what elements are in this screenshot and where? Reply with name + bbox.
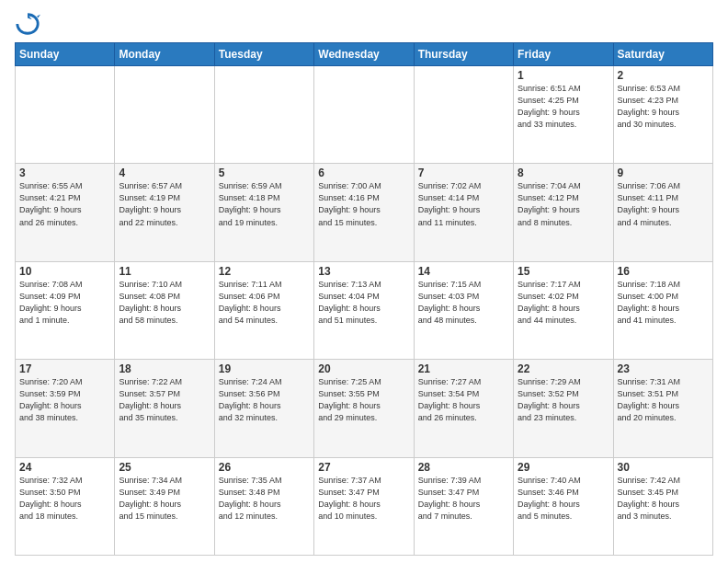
calendar-cell: 6Sunrise: 7:00 AM Sunset: 4:16 PM Daylig… — [314, 164, 414, 261]
col-header-monday: Monday — [115, 43, 214, 66]
day-number: 19 — [219, 362, 310, 375]
calendar-cell: 24Sunrise: 7:32 AM Sunset: 3:50 PM Dayli… — [16, 457, 115, 555]
calendar-cell: 26Sunrise: 7:35 AM Sunset: 3:48 PM Dayli… — [214, 457, 313, 555]
day-info: Sunrise: 7:24 AM Sunset: 3:56 PM Dayligh… — [219, 376, 310, 424]
day-number: 17 — [19, 362, 110, 375]
calendar-cell: 13Sunrise: 7:13 AM Sunset: 4:04 PM Dayli… — [314, 261, 414, 359]
calendar-cell: 16Sunrise: 7:18 AM Sunset: 4:00 PM Dayli… — [613, 261, 712, 359]
day-info: Sunrise: 7:10 AM Sunset: 4:08 PM Dayligh… — [119, 279, 210, 327]
calendar-cell: 25Sunrise: 7:34 AM Sunset: 3:49 PM Dayli… — [115, 457, 214, 555]
day-info: Sunrise: 6:57 AM Sunset: 4:19 PM Dayligh… — [119, 180, 210, 228]
calendar-cell: 9Sunrise: 7:06 AM Sunset: 4:11 PM Daylig… — [613, 164, 712, 261]
day-info: Sunrise: 7:15 AM Sunset: 4:03 PM Dayligh… — [418, 279, 509, 327]
day-number: 2 — [618, 69, 709, 82]
calendar-cell — [214, 66, 313, 164]
day-info: Sunrise: 7:32 AM Sunset: 3:50 PM Dayligh… — [19, 475, 110, 523]
day-info: Sunrise: 7:35 AM Sunset: 3:48 PM Dayligh… — [219, 475, 310, 523]
day-info: Sunrise: 7:39 AM Sunset: 3:47 PM Dayligh… — [418, 475, 509, 523]
day-number: 5 — [219, 167, 310, 179]
col-header-friday: Friday — [514, 43, 613, 66]
calendar-cell: 12Sunrise: 7:11 AM Sunset: 4:06 PM Dayli… — [214, 261, 313, 359]
day-info: Sunrise: 7:17 AM Sunset: 4:02 PM Dayligh… — [518, 279, 609, 327]
day-number: 1 — [518, 69, 609, 82]
day-number: 16 — [618, 265, 709, 278]
day-info: Sunrise: 7:22 AM Sunset: 3:57 PM Dayligh… — [119, 376, 210, 424]
col-header-tuesday: Tuesday — [214, 43, 313, 66]
day-info: Sunrise: 7:13 AM Sunset: 4:04 PM Dayligh… — [318, 279, 409, 327]
day-number: 7 — [418, 167, 509, 179]
day-info: Sunrise: 6:59 AM Sunset: 4:18 PM Dayligh… — [219, 180, 310, 228]
day-number: 20 — [318, 362, 409, 375]
calendar-cell: 3Sunrise: 6:55 AM Sunset: 4:21 PM Daylig… — [16, 164, 115, 261]
page: SundayMondayTuesdayWednesdayThursdayFrid… — [0, 0, 728, 563]
day-number: 27 — [318, 461, 409, 474]
day-number: 11 — [119, 265, 210, 278]
calendar-cell: 14Sunrise: 7:15 AM Sunset: 4:03 PM Dayli… — [414, 261, 513, 359]
calendar-cell: 22Sunrise: 7:29 AM Sunset: 3:52 PM Dayli… — [514, 360, 613, 457]
day-info: Sunrise: 7:40 AM Sunset: 3:46 PM Dayligh… — [518, 475, 609, 523]
col-header-wednesday: Wednesday — [314, 43, 414, 66]
calendar-cell: 11Sunrise: 7:10 AM Sunset: 4:08 PM Dayli… — [115, 261, 214, 359]
day-number: 8 — [518, 167, 609, 179]
day-number: 4 — [119, 167, 210, 179]
day-number: 21 — [418, 362, 509, 375]
calendar-cell: 23Sunrise: 7:31 AM Sunset: 3:51 PM Dayli… — [613, 360, 712, 457]
day-info: Sunrise: 7:04 AM Sunset: 4:12 PM Dayligh… — [518, 180, 609, 228]
day-info: Sunrise: 7:02 AM Sunset: 4:14 PM Dayligh… — [418, 180, 509, 228]
calendar-cell: 28Sunrise: 7:39 AM Sunset: 3:47 PM Dayli… — [414, 457, 513, 555]
day-info: Sunrise: 7:37 AM Sunset: 3:47 PM Dayligh… — [318, 475, 409, 523]
calendar-cell: 19Sunrise: 7:24 AM Sunset: 3:56 PM Dayli… — [214, 360, 313, 457]
calendar-cell: 21Sunrise: 7:27 AM Sunset: 3:54 PM Dayli… — [414, 360, 513, 457]
day-number: 18 — [119, 362, 210, 375]
day-info: Sunrise: 7:29 AM Sunset: 3:52 PM Dayligh… — [518, 376, 609, 424]
calendar-cell — [16, 66, 115, 164]
calendar-cell — [414, 66, 513, 164]
day-info: Sunrise: 7:25 AM Sunset: 3:55 PM Dayligh… — [318, 376, 409, 424]
day-number: 13 — [318, 265, 409, 278]
calendar-cell: 30Sunrise: 7:42 AM Sunset: 3:45 PM Dayli… — [613, 457, 712, 555]
logo — [15, 11, 44, 37]
calendar-cell: 4Sunrise: 6:57 AM Sunset: 4:19 PM Daylig… — [115, 164, 214, 261]
day-number: 22 — [518, 362, 609, 375]
day-number: 14 — [418, 265, 509, 278]
calendar-cell: 29Sunrise: 7:40 AM Sunset: 3:46 PM Dayli… — [514, 457, 613, 555]
day-info: Sunrise: 7:00 AM Sunset: 4:16 PM Dayligh… — [318, 180, 409, 228]
calendar-cell: 20Sunrise: 7:25 AM Sunset: 3:55 PM Dayli… — [314, 360, 414, 457]
day-info: Sunrise: 7:06 AM Sunset: 4:11 PM Dayligh… — [618, 180, 709, 228]
calendar-cell: 18Sunrise: 7:22 AM Sunset: 3:57 PM Dayli… — [115, 360, 214, 457]
day-info: Sunrise: 7:42 AM Sunset: 3:45 PM Dayligh… — [618, 475, 709, 523]
day-number: 6 — [318, 167, 409, 179]
calendar-table: SundayMondayTuesdayWednesdayThursdayFrid… — [15, 42, 713, 556]
week-row-5: 24Sunrise: 7:32 AM Sunset: 3:50 PM Dayli… — [16, 457, 713, 555]
day-number: 30 — [618, 461, 709, 474]
day-number: 26 — [219, 461, 310, 474]
header-row: SundayMondayTuesdayWednesdayThursdayFrid… — [16, 43, 713, 66]
day-number: 25 — [119, 461, 210, 474]
calendar-cell: 7Sunrise: 7:02 AM Sunset: 4:14 PM Daylig… — [414, 164, 513, 261]
col-header-saturday: Saturday — [613, 43, 712, 66]
week-row-4: 17Sunrise: 7:20 AM Sunset: 3:59 PM Dayli… — [16, 360, 713, 457]
day-info: Sunrise: 7:18 AM Sunset: 4:00 PM Dayligh… — [618, 279, 709, 327]
calendar-cell: 5Sunrise: 6:59 AM Sunset: 4:18 PM Daylig… — [214, 164, 313, 261]
calendar-cell: 10Sunrise: 7:08 AM Sunset: 4:09 PM Dayli… — [16, 261, 115, 359]
day-info: Sunrise: 7:11 AM Sunset: 4:06 PM Dayligh… — [219, 279, 310, 327]
day-number: 23 — [618, 362, 709, 375]
day-number: 28 — [418, 461, 509, 474]
day-info: Sunrise: 7:34 AM Sunset: 3:49 PM Dayligh… — [119, 475, 210, 523]
day-info: Sunrise: 6:55 AM Sunset: 4:21 PM Dayligh… — [19, 180, 110, 228]
week-row-3: 10Sunrise: 7:08 AM Sunset: 4:09 PM Dayli… — [16, 261, 713, 359]
day-number: 12 — [219, 265, 310, 278]
week-row-1: 1Sunrise: 6:51 AM Sunset: 4:25 PM Daylig… — [16, 66, 713, 164]
day-number: 9 — [618, 167, 709, 179]
day-info: Sunrise: 7:20 AM Sunset: 3:59 PM Dayligh… — [19, 376, 110, 424]
col-header-thursday: Thursday — [414, 43, 513, 66]
day-number: 24 — [19, 461, 110, 474]
calendar-cell — [314, 66, 414, 164]
calendar-cell: 15Sunrise: 7:17 AM Sunset: 4:02 PM Dayli… — [514, 261, 613, 359]
col-header-sunday: Sunday — [16, 43, 115, 66]
calendar-cell: 8Sunrise: 7:04 AM Sunset: 4:12 PM Daylig… — [514, 164, 613, 261]
calendar-cell: 27Sunrise: 7:37 AM Sunset: 3:47 PM Dayli… — [314, 457, 414, 555]
calendar-cell — [115, 66, 214, 164]
day-number: 3 — [19, 167, 110, 179]
calendar-cell: 1Sunrise: 6:51 AM Sunset: 4:25 PM Daylig… — [514, 66, 613, 164]
